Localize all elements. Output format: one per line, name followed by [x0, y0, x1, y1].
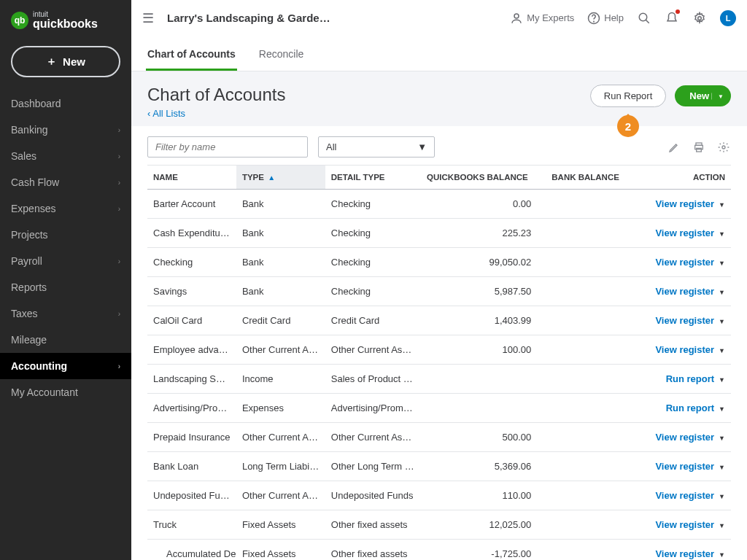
cell-type: Other Current As…	[236, 423, 325, 452]
sidebar-item-payroll[interactable]: Payroll›	[0, 248, 131, 274]
table-row: Advertising/PromotionalExpensesAdvertisi…	[147, 394, 731, 423]
action-dropdown-icon[interactable]: ▼	[719, 376, 725, 384]
view-register-link[interactable]: View register	[655, 548, 714, 559]
action-dropdown-icon[interactable]: ▼	[719, 522, 725, 529]
action-dropdown-icon[interactable]: ▼	[719, 405, 725, 413]
col-bank-balance-header[interactable]: BANK BALANCE	[546, 166, 635, 190]
table-row: Landscaping ServicesIncomeSales of Produ…	[147, 365, 731, 394]
cell-detail: Checking	[325, 190, 421, 219]
view-register-link[interactable]: View register	[655, 198, 714, 209]
print-icon[interactable]	[692, 140, 706, 155]
search-icon[interactable]	[637, 11, 651, 26]
user-avatar[interactable]: L	[720, 10, 736, 26]
view-register-link[interactable]: View register	[655, 286, 714, 297]
notifications-icon[interactable]	[665, 11, 679, 26]
help-icon	[587, 12, 600, 25]
action-dropdown-icon[interactable]: ▼	[719, 201, 725, 209]
settings-gear-icon[interactable]	[692, 11, 707, 26]
run-report-link[interactable]: Run report	[666, 373, 714, 384]
my-experts-link[interactable]: My Experts	[510, 12, 574, 25]
cell-action: Run report▼	[635, 394, 731, 423]
col-type-header[interactable]: TYPE ▲	[236, 166, 325, 190]
table-row: Bank LoanLong Term Liabili…Other Long Te…	[147, 452, 731, 481]
cell-action: View register▼	[635, 306, 731, 335]
sidebar-item-my-accountant[interactable]: My Accountant	[0, 379, 131, 405]
action-dropdown-icon[interactable]: ▼	[719, 464, 725, 471]
new-button[interactable]: ＋ New	[11, 46, 120, 77]
run-report-button[interactable]: Run Report	[590, 85, 666, 107]
new-account-button[interactable]: New	[675, 85, 731, 106]
cell-bank-balance	[546, 540, 635, 561]
help-link[interactable]: Help	[587, 12, 624, 25]
cell-detail: Other fixed assets	[325, 510, 421, 540]
type-filter-select[interactable]: All ▼	[318, 136, 435, 158]
sidebar-item-projects[interactable]: Projects	[0, 222, 131, 248]
view-register-link[interactable]: View register	[655, 228, 714, 238]
cell-action: View register▼	[635, 540, 731, 561]
help-label: Help	[604, 12, 624, 23]
table-row: Barter AccountBankChecking0.00View regis…	[147, 190, 731, 219]
run-report-link[interactable]: Run report	[666, 402, 714, 413]
sidebar-item-sales[interactable]: Sales›	[0, 143, 131, 169]
cell-qb-balance: 0.00	[421, 190, 546, 219]
chevron-right-icon: ›	[118, 310, 120, 318]
cell-bank-balance	[546, 365, 635, 394]
tab-reconcile[interactable]: Reconcile	[258, 36, 305, 71]
action-dropdown-icon[interactable]: ▼	[719, 551, 725, 559]
view-register-link[interactable]: View register	[655, 519, 714, 530]
cell-detail: Advertising/Prom…	[325, 394, 421, 423]
page-header: Chart of Accounts ‹ All Lists Run Report…	[131, 71, 747, 126]
sidebar-item-mileage[interactable]: Mileage	[0, 327, 131, 353]
sidebar-item-dashboard[interactable]: Dashboard	[0, 90, 131, 117]
view-register-link[interactable]: View register	[655, 490, 714, 501]
table-row: Employee advancesOther Current As…Other …	[147, 335, 731, 365]
type-filter-value: All	[326, 141, 336, 152]
sidebar-item-label: Reports	[11, 281, 47, 293]
view-register-link[interactable]: View register	[655, 461, 714, 472]
action-dropdown-icon[interactable]: ▼	[719, 289, 725, 296]
action-dropdown-icon[interactable]: ▼	[719, 347, 725, 354]
cell-name: Advertising/Promotional	[147, 394, 236, 423]
action-dropdown-icon[interactable]: ▼	[719, 260, 725, 267]
hamburger-icon[interactable]: ☰	[142, 10, 154, 26]
view-register-link[interactable]: View register	[655, 432, 714, 443]
cell-qb-balance	[421, 394, 546, 423]
sidebar-item-label: Expenses	[11, 203, 55, 214]
col-action-header[interactable]: ACTION	[635, 166, 731, 190]
sidebar-item-cash-flow[interactable]: Cash Flow›	[0, 169, 131, 195]
edit-pencil-icon[interactable]	[667, 140, 681, 155]
action-dropdown-icon[interactable]: ▼	[719, 435, 725, 442]
back-all-lists-link[interactable]: ‹ All Lists	[147, 108, 285, 119]
table-settings-gear-icon[interactable]	[716, 140, 731, 155]
cell-name: Truck	[147, 510, 236, 540]
sidebar-item-taxes[interactable]: Taxes›	[0, 300, 131, 327]
filter-by-name-input[interactable]	[147, 136, 308, 158]
sidebar-item-label: Sales	[11, 150, 36, 162]
chevron-right-icon: ›	[118, 205, 120, 213]
cell-detail: Sales of Product I…	[325, 365, 421, 394]
view-register-link[interactable]: View register	[655, 344, 714, 355]
action-dropdown-icon[interactable]: ▼	[719, 493, 725, 500]
view-register-link[interactable]: View register	[655, 257, 714, 268]
svg-line-4	[646, 20, 649, 23]
tab-chart-of-accounts[interactable]: Chart of Accounts	[146, 36, 237, 71]
chevron-right-icon: ›	[118, 257, 120, 265]
chevron-right-icon: ›	[118, 362, 120, 370]
sidebar-item-banking[interactable]: Banking›	[0, 117, 131, 143]
person-icon	[510, 12, 523, 25]
view-register-link[interactable]: View register	[655, 315, 714, 326]
sidebar-item-accounting[interactable]: Accounting›	[0, 353, 131, 379]
sidebar-item-reports[interactable]: Reports	[0, 274, 131, 300]
col-name-header[interactable]: NAME	[147, 166, 236, 190]
cell-detail: Checking	[325, 248, 421, 277]
col-detail-header[interactable]: DETAIL TYPE	[325, 166, 421, 190]
action-dropdown-icon[interactable]: ▼	[719, 318, 725, 325]
sidebar-item-expenses[interactable]: Expenses›	[0, 195, 131, 222]
cell-qb-balance: 5,987.50	[421, 277, 546, 306]
col-qb-balance-header[interactable]: QUICKBOOKS BALANCE	[421, 166, 546, 190]
cell-qb-balance: 99,050.02	[421, 248, 546, 277]
action-dropdown-icon[interactable]: ▼	[719, 230, 725, 238]
cell-bank-balance	[546, 481, 635, 510]
company-name[interactable]: Larry's Landscaping & Garde…	[167, 12, 330, 24]
cell-action: View register▼	[635, 423, 731, 452]
